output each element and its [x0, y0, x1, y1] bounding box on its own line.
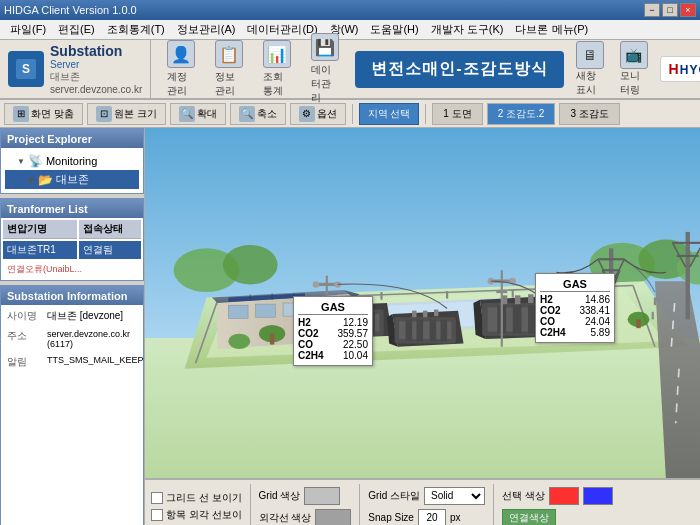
gas-row-h2-1: H2 12.19 [298, 317, 368, 328]
hyosung-brand: HHYOSUNG [660, 56, 700, 82]
logo-subtitle2: 대브존 [50, 70, 142, 84]
px-label: px [450, 512, 461, 523]
gas-value-co2-1: 359.57 [337, 328, 368, 339]
app-title: HIDGA Client Version 1.0.0 [4, 4, 137, 16]
menu-edit[interactable]: 편집(E) [52, 20, 101, 39]
gas-row-co2-2: CO2 338.41 [540, 305, 610, 316]
gas-value-c2h4-1: 10.04 [343, 350, 368, 361]
tr-name: 대브존TR1 [3, 241, 77, 259]
menu-devzone[interactable]: 다브론 메뉴(P) [509, 20, 594, 39]
menu-file[interactable]: 파일(F) [4, 20, 52, 39]
fit-screen-button[interactable]: ⊞ 화면 맞춤 [4, 103, 83, 125]
gas-value-co-2: 24.04 [585, 316, 610, 327]
grid-style-select[interactable]: Solid Dashed Dotted [424, 487, 485, 505]
info-row-name: 사이명 대브존 [devzone] [3, 307, 148, 325]
logo-subtitle3: server.devzone.co.kr [50, 84, 142, 95]
close-button[interactable]: × [680, 3, 696, 17]
snap-label: Snap Size [368, 512, 414, 523]
transformer-table-header-row: 변압기명 접속상태 [3, 220, 141, 239]
minimize-button[interactable]: − [644, 3, 660, 17]
info-mgmt-button[interactable]: 📋 정보 관리 [209, 38, 249, 100]
header: S Substation Server 대브존 server.devzone.c… [0, 40, 700, 100]
original-size-button[interactable]: ⊡ 원본 크기 [87, 103, 166, 125]
svg-rect-44 [686, 232, 690, 320]
gas-label-co2-2: CO2 [540, 305, 561, 316]
snap-input[interactable] [418, 509, 446, 526]
region-select-button[interactable]: 지역 선택 [359, 103, 420, 125]
tree-item-devzone[interactable]: ▶ 📂 대브존 [5, 170, 139, 189]
grid-line-check[interactable]: 그리드 선 보이기 [151, 491, 242, 505]
svg-rect-28 [256, 304, 276, 317]
zoom-in-button[interactable]: 🔍 확대 [170, 103, 226, 125]
separator-3 [493, 484, 494, 525]
tab-bird-eye[interactable]: 3 조감도 [559, 103, 619, 125]
menu-dev[interactable]: 개발자 도구(K) [425, 20, 510, 39]
gas-row-co-1: CO 22.50 [298, 339, 368, 350]
select-color-blue[interactable] [583, 487, 613, 505]
grid-line-checkbox[interactable] [151, 492, 163, 504]
info-value-alert: TTS_SMS_MAIL_KEEP [43, 353, 148, 371]
gas-value-h2-2: 14.86 [585, 294, 610, 305]
bottom-toolbar: 그리드 선 보이기 항목 외각 선보이 Grid 색상 외각선 색상 [145, 478, 700, 525]
gas-row-c2h4-1: C2H4 10.04 [298, 350, 368, 361]
outline-checkbox[interactable] [151, 509, 163, 521]
zoom-out-button[interactable]: 🔍 축소 [230, 103, 286, 125]
svg-rect-66 [416, 319, 423, 341]
window-controls[interactable]: − □ × [644, 3, 696, 17]
tab-floor-plan[interactable]: 1 도면 [432, 103, 482, 125]
check-group: 그리드 선 보이기 항목 외각 선보이 [151, 491, 242, 522]
info-row-address: 주소 server.devzone.co.kr (6117) [3, 327, 148, 351]
tree-item-monitoring[interactable]: ▼ 📡 Monitoring [5, 152, 139, 170]
monitoring-icon: 📺 [620, 41, 648, 69]
grid-color-label: Grid 색상 [259, 489, 301, 503]
transformer-row-1[interactable]: 대브존TR1 연결됨 [3, 241, 141, 259]
options-button[interactable]: ⚙ 옵션 [290, 103, 346, 125]
svg-rect-68 [441, 319, 448, 341]
svg-rect-27 [228, 305, 248, 318]
maximize-button[interactable]: □ [662, 3, 678, 17]
folder-icon: 📡 [28, 154, 43, 168]
svg-rect-70 [423, 311, 427, 318]
expand-icon: ▼ [17, 157, 25, 166]
tr-status: 연결됨 [79, 241, 141, 259]
substation-info: Substation Information 사이명 대브존 [devzone]… [0, 285, 144, 525]
info-label-address: 주소 [3, 327, 41, 351]
canvas-area[interactable]: GAS H2 12.19 CO2 359.57 CO 22.50 C2H4 10… [145, 128, 700, 478]
outline-color-row: 외각선 색상 [259, 509, 352, 526]
gas-label-c2h4-2: C2H4 [540, 327, 566, 338]
connect-row: 연결색상 [502, 509, 613, 526]
substation-info-table: 사이명 대브존 [devzone] 주소 server.devzone.co.k… [1, 305, 150, 373]
logo-subtitle1: Server [50, 59, 142, 70]
separator2 [425, 104, 426, 124]
new-window-button[interactable]: 🖥 새창표시 [572, 39, 608, 99]
grid-color-swatch[interactable] [304, 487, 340, 505]
select-color-red[interactable] [549, 487, 579, 505]
logo-title: Substation [50, 43, 142, 59]
grid-style-label: Grid 스타일 [368, 489, 420, 503]
separator-2 [359, 484, 360, 525]
account-mgmt-button[interactable]: 👤 계정 관리 [161, 38, 201, 100]
outline-color-swatch[interactable] [315, 509, 351, 526]
grid-style-row: Grid 스타일 Solid Dashed Dotted [368, 487, 485, 505]
gas-label-co-2: CO [540, 316, 555, 327]
gas-row-h2-2: H2 14.86 [540, 294, 610, 305]
svg-rect-65 [406, 319, 413, 341]
select-color-row: 선택 색상 [502, 487, 613, 505]
project-explorer-header: Project Explorer [1, 130, 143, 148]
monitoring-button[interactable]: 📺 모니터링 [616, 39, 652, 99]
data-mgmt-button[interactable]: 💾 데이터관리 [305, 31, 345, 107]
connect-color-button[interactable]: 연결색상 [502, 509, 556, 526]
info-label-alert: 알림 [3, 353, 41, 371]
gas-value-co2-2: 338.41 [579, 305, 610, 316]
menu-help[interactable]: 도움말(H) [364, 20, 424, 39]
account-icon: 👤 [167, 40, 195, 68]
gas-row-co-2: CO 24.04 [540, 316, 610, 327]
new-window-icon: 🖥 [576, 41, 604, 69]
outline-check[interactable]: 항목 외각 선보이 [151, 508, 242, 522]
svg-rect-69 [412, 311, 416, 318]
svg-text:S: S [22, 62, 30, 76]
stats-button[interactable]: 📊 조회통계 [257, 38, 297, 100]
col-status: 접속상태 [79, 220, 141, 239]
gas-row-c2h4-2: C2H4 5.89 [540, 327, 610, 338]
tab-bird-eye-2[interactable]: 2 조감도.2 [487, 103, 556, 125]
